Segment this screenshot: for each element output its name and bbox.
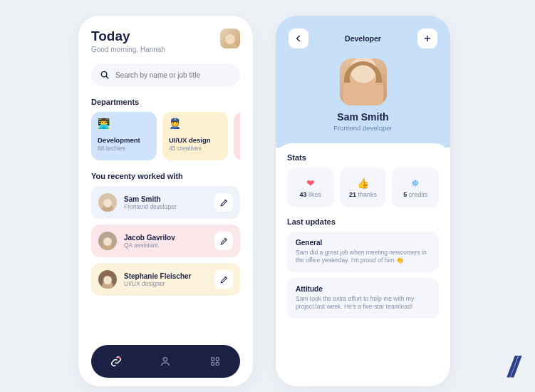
profile-screen: Developer Sam Smith Frontend developer S…	[276, 16, 450, 386]
stat-thanks[interactable]: 👍 21 thanks	[340, 167, 387, 207]
tab-bar	[91, 345, 240, 378]
person-role: Frontend developer	[124, 203, 207, 210]
update-title: Attitude	[296, 285, 430, 293]
person-row[interactable]: Jacob Gavrilov QA assistant	[91, 225, 240, 257]
home-screen: Today Good morning, Hannah Departments 👨…	[78, 16, 253, 386]
stat-credits[interactable]: ✵ 5 credits	[392, 167, 439, 207]
department-emoji-icon: 👨‍💻	[98, 118, 150, 129]
search-input[interactable]	[115, 71, 232, 79]
updates-heading: Last updates	[287, 217, 439, 226]
department-count: 88 techies	[98, 145, 150, 152]
greeting-text: Good morning, Hannah	[91, 46, 165, 53]
department-count: 45 creatives	[169, 145, 222, 152]
stat-likes[interactable]: ❤ 43 likes	[287, 167, 334, 207]
person-role: QA assistant	[124, 242, 207, 249]
stat-label: 5 credits	[403, 191, 427, 198]
tab-people[interactable]	[158, 354, 172, 368]
header-title: Developer	[345, 34, 381, 43]
person-row[interactable]: Sam Smith Frontend developer	[91, 186, 240, 219]
thumbs-up-icon: 👍	[357, 177, 369, 189]
stats-heading: Stats	[287, 153, 439, 162]
edit-button[interactable]	[214, 232, 233, 250]
grid-icon	[209, 356, 221, 367]
department-card[interactable]: 👮 UI/UX design 45 creatives	[162, 112, 228, 160]
add-button[interactable]	[417, 29, 437, 48]
pencil-icon	[219, 198, 229, 207]
profile-avatar[interactable]	[340, 58, 387, 105]
person-avatar	[98, 193, 117, 212]
person-avatar	[98, 270, 117, 289]
stat-label: 21 thanks	[349, 191, 377, 198]
department-name: UI/UX design	[169, 136, 222, 144]
pencil-icon	[219, 237, 229, 246]
person-name: Jacob Gavrilov	[124, 234, 207, 242]
departments-list: 👨‍💻 Development 88 techies 👮 UI/UX desig…	[91, 112, 240, 160]
department-card[interactable]: 🤷 QA tes 24 chec	[234, 112, 240, 160]
svg-rect-7	[216, 362, 219, 365]
department-emoji-icon: 👮	[169, 118, 222, 129]
recent-heading: You recenty worked with	[91, 172, 240, 180]
svg-rect-6	[212, 362, 214, 365]
svg-rect-4	[212, 358, 214, 361]
search-field[interactable]	[91, 63, 240, 86]
svg-point-3	[164, 358, 167, 361]
person-icon	[160, 356, 171, 367]
heart-icon: ❤	[306, 177, 315, 189]
current-user-avatar[interactable]	[220, 29, 240, 48]
update-title: General	[296, 239, 430, 247]
person-name: Sam Smith	[124, 195, 207, 203]
stats-row: ❤ 43 likes 👍 21 thanks ✵ 5 credits	[287, 167, 439, 207]
page-title: Today	[91, 29, 165, 44]
edit-button[interactable]	[214, 193, 233, 212]
stat-label: 43 likes	[300, 191, 322, 198]
update-body: Sam took the extra effort to help me wit…	[296, 295, 430, 311]
tab-apps[interactable]	[208, 354, 222, 368]
update-card[interactable]: General Sam did a great job when meeting…	[287, 232, 439, 272]
department-card[interactable]: 👨‍💻 Development 88 techies	[91, 112, 157, 160]
recent-list: Sam Smith Frontend developer Jacob Gavri…	[91, 186, 240, 296]
update-body: Sam did a great job when meeting newcome…	[296, 249, 430, 265]
edit-button[interactable]	[214, 270, 233, 289]
person-role: UI/UX designer	[124, 280, 207, 287]
tab-activity[interactable]	[109, 354, 123, 368]
update-card[interactable]: Attitude Sam took the extra effort to he…	[287, 278, 439, 319]
back-button[interactable]	[289, 29, 308, 48]
svg-rect-5	[216, 358, 219, 361]
profile-role: Frontend developer	[289, 124, 437, 132]
svg-point-0	[101, 71, 107, 77]
person-avatar	[98, 232, 117, 250]
pencil-icon	[219, 275, 229, 284]
link-icon	[110, 355, 123, 368]
departments-heading: Departments	[91, 98, 240, 106]
brand-logo: //	[508, 351, 515, 383]
arrow-left-icon	[294, 33, 303, 43]
svg-line-1	[106, 76, 108, 78]
search-icon	[100, 70, 110, 80]
person-name: Stephanie Fleischer	[124, 272, 207, 280]
plus-icon	[422, 33, 432, 43]
award-icon: ✵	[411, 177, 420, 189]
svg-point-2	[118, 356, 120, 359]
profile-name: Sam Smith	[289, 111, 437, 123]
department-name: Development	[98, 136, 150, 144]
person-row[interactable]: Stephanie Fleischer UI/UX designer	[91, 263, 240, 296]
